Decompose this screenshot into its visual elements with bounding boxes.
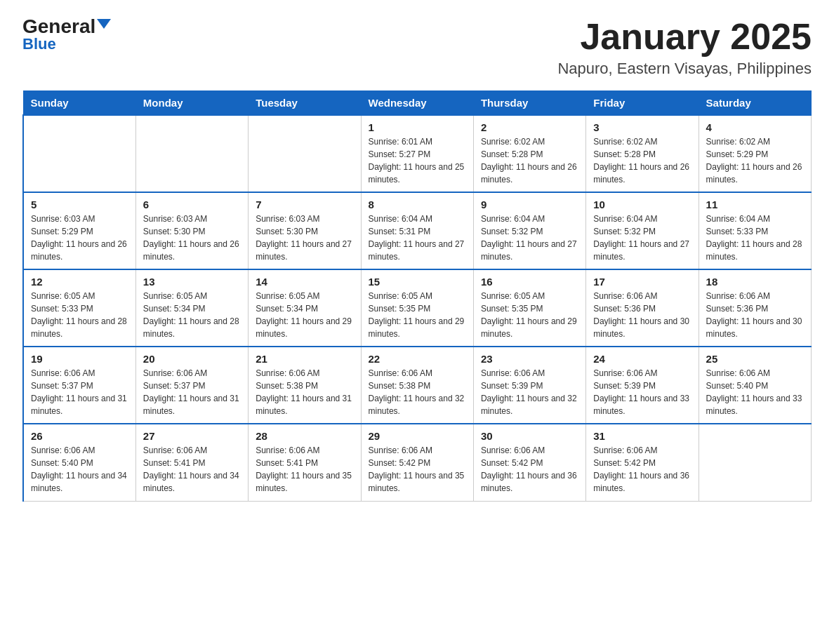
day-number: 26 [31,430,128,442]
location: Napuro, Eastern Visayas, Philippines [557,60,812,78]
day-cell: 26Sunrise: 6:06 AM Sunset: 5:40 PM Dayli… [23,424,135,501]
day-number: 19 [31,353,128,365]
day-info: Sunrise: 6:06 AM Sunset: 5:37 PM Dayligh… [31,367,128,417]
day-cell: 8Sunrise: 6:04 AM Sunset: 5:31 PM Daylig… [361,192,473,269]
day-info: Sunrise: 6:06 AM Sunset: 5:36 PM Dayligh… [706,290,804,340]
page-header: General Blue January 2025 Napuro, Easter… [22,17,812,78]
day-number: 10 [593,199,691,210]
day-info: Sunrise: 6:01 AM Sunset: 5:27 PM Dayligh… [369,135,466,186]
day-info: Sunrise: 6:05 AM Sunset: 5:35 PM Dayligh… [481,290,578,340]
day-cell: 21Sunrise: 6:06 AM Sunset: 5:38 PM Dayli… [249,347,361,424]
logo-blue: Blue [22,35,56,53]
day-info: Sunrise: 6:03 AM Sunset: 5:30 PM Dayligh… [256,213,353,263]
day-info: Sunrise: 6:06 AM Sunset: 5:42 PM Dayligh… [593,444,691,495]
day-info: Sunrise: 6:05 AM Sunset: 5:34 PM Dayligh… [143,290,241,340]
day-cell [23,115,135,192]
day-info: Sunrise: 6:06 AM Sunset: 5:41 PM Dayligh… [143,444,241,495]
day-info: Sunrise: 6:05 AM Sunset: 5:34 PM Dayligh… [256,290,353,340]
day-cell: 27Sunrise: 6:06 AM Sunset: 5:41 PM Dayli… [135,424,248,501]
day-cell: 2Sunrise: 6:02 AM Sunset: 5:28 PM Daylig… [473,115,585,192]
day-cell: 12Sunrise: 6:05 AM Sunset: 5:33 PM Dayli… [23,269,135,347]
day-number: 27 [143,430,241,442]
day-number: 17 [593,276,691,288]
day-cell: 31Sunrise: 6:06 AM Sunset: 5:42 PM Dayli… [586,424,699,501]
day-number: 22 [369,353,466,365]
day-cell [699,424,811,501]
day-cell: 5Sunrise: 6:03 AM Sunset: 5:29 PM Daylig… [23,192,135,269]
day-number: 5 [31,199,128,210]
day-info: Sunrise: 6:04 AM Sunset: 5:31 PM Dayligh… [369,213,466,263]
day-info: Sunrise: 6:05 AM Sunset: 5:35 PM Dayligh… [369,290,466,340]
day-number: 8 [369,199,466,210]
day-cell: 1Sunrise: 6:01 AM Sunset: 5:27 PM Daylig… [361,115,473,192]
header-cell-saturday: Saturday [699,91,811,116]
day-info: Sunrise: 6:02 AM Sunset: 5:28 PM Dayligh… [481,135,578,186]
day-number: 18 [706,276,804,288]
day-cell: 13Sunrise: 6:05 AM Sunset: 5:34 PM Dayli… [135,269,248,347]
week-row-5: 26Sunrise: 6:06 AM Sunset: 5:40 PM Dayli… [23,424,812,501]
day-info: Sunrise: 6:02 AM Sunset: 5:29 PM Dayligh… [706,135,804,186]
day-number: 11 [706,199,804,210]
day-number: 2 [481,121,578,133]
day-info: Sunrise: 6:05 AM Sunset: 5:33 PM Dayligh… [31,290,128,340]
week-row-4: 19Sunrise: 6:06 AM Sunset: 5:37 PM Dayli… [23,347,812,424]
day-number: 4 [706,121,804,133]
day-cell: 24Sunrise: 6:06 AM Sunset: 5:39 PM Dayli… [586,347,699,424]
day-number: 31 [593,430,691,442]
header-cell-thursday: Thursday [473,91,585,116]
day-cell: 6Sunrise: 6:03 AM Sunset: 5:30 PM Daylig… [135,192,248,269]
header-cell-friday: Friday [586,91,699,116]
day-cell: 19Sunrise: 6:06 AM Sunset: 5:37 PM Dayli… [23,347,135,424]
day-number: 12 [31,276,128,288]
month-title: January 2025 [557,17,812,57]
day-info: Sunrise: 6:06 AM Sunset: 5:42 PM Dayligh… [369,444,466,495]
day-cell: 20Sunrise: 6:06 AM Sunset: 5:37 PM Dayli… [135,347,248,424]
day-cell [135,115,248,192]
day-cell: 30Sunrise: 6:06 AM Sunset: 5:42 PM Dayli… [473,424,585,501]
day-number: 23 [481,353,578,365]
day-info: Sunrise: 6:06 AM Sunset: 5:39 PM Dayligh… [593,367,691,417]
day-cell: 15Sunrise: 6:05 AM Sunset: 5:35 PM Dayli… [361,269,473,347]
title-block: January 2025 Napuro, Eastern Visayas, Ph… [557,17,812,78]
day-info: Sunrise: 6:03 AM Sunset: 5:30 PM Dayligh… [143,213,241,263]
logo: General Blue [22,17,111,53]
day-number: 16 [481,276,578,288]
day-info: Sunrise: 6:03 AM Sunset: 5:29 PM Dayligh… [31,213,128,263]
logo-general: General [22,17,95,36]
day-number: 25 [706,353,804,365]
day-cell: 10Sunrise: 6:04 AM Sunset: 5:32 PM Dayli… [586,192,699,269]
day-cell: 28Sunrise: 6:06 AM Sunset: 5:41 PM Dayli… [249,424,361,501]
header-cell-wednesday: Wednesday [361,91,473,116]
day-info: Sunrise: 6:06 AM Sunset: 5:38 PM Dayligh… [256,367,353,417]
day-number: 29 [369,430,466,442]
day-cell: 29Sunrise: 6:06 AM Sunset: 5:42 PM Dayli… [361,424,473,501]
day-info: Sunrise: 6:06 AM Sunset: 5:37 PM Dayligh… [143,367,241,417]
day-info: Sunrise: 6:04 AM Sunset: 5:33 PM Dayligh… [706,213,804,263]
day-cell: 7Sunrise: 6:03 AM Sunset: 5:30 PM Daylig… [249,192,361,269]
day-number: 6 [143,199,241,210]
day-info: Sunrise: 6:06 AM Sunset: 5:40 PM Dayligh… [706,367,804,417]
day-number: 1 [369,121,466,133]
day-number: 14 [256,276,353,288]
day-number: 9 [481,199,578,210]
day-cell: 22Sunrise: 6:06 AM Sunset: 5:38 PM Dayli… [361,347,473,424]
day-info: Sunrise: 6:06 AM Sunset: 5:39 PM Dayligh… [481,367,578,417]
week-row-2: 5Sunrise: 6:03 AM Sunset: 5:29 PM Daylig… [23,192,812,269]
week-row-1: 1Sunrise: 6:01 AM Sunset: 5:27 PM Daylig… [23,115,812,192]
day-number: 24 [593,353,691,365]
day-number: 15 [369,276,466,288]
day-number: 28 [256,430,353,442]
day-info: Sunrise: 6:06 AM Sunset: 5:36 PM Dayligh… [593,290,691,340]
day-number: 13 [143,276,241,288]
day-cell: 18Sunrise: 6:06 AM Sunset: 5:36 PM Dayli… [699,269,811,347]
week-row-3: 12Sunrise: 6:05 AM Sunset: 5:33 PM Dayli… [23,269,812,347]
day-info: Sunrise: 6:06 AM Sunset: 5:38 PM Dayligh… [369,367,466,417]
header-cell-monday: Monday [135,91,248,116]
day-cell: 25Sunrise: 6:06 AM Sunset: 5:40 PM Dayli… [699,347,811,424]
day-cell: 23Sunrise: 6:06 AM Sunset: 5:39 PM Dayli… [473,347,585,424]
day-cell: 9Sunrise: 6:04 AM Sunset: 5:32 PM Daylig… [473,192,585,269]
header-cell-tuesday: Tuesday [249,91,361,116]
day-cell: 14Sunrise: 6:05 AM Sunset: 5:34 PM Dayli… [249,269,361,347]
day-cell: 16Sunrise: 6:05 AM Sunset: 5:35 PM Dayli… [473,269,585,347]
day-info: Sunrise: 6:06 AM Sunset: 5:40 PM Dayligh… [31,444,128,495]
